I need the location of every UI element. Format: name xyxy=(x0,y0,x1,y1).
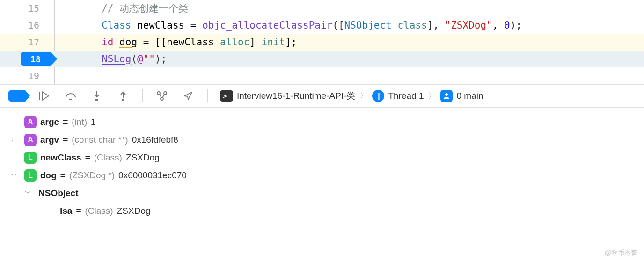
location-button[interactable] xyxy=(181,89,195,103)
variable-badge: A xyxy=(24,134,37,146)
variable-name: isa xyxy=(60,206,72,216)
variable-eq: = xyxy=(63,117,68,127)
variable-type: (int) xyxy=(72,117,87,127)
breadcrumb-frame[interactable]: 0 main xyxy=(440,90,483,102)
svg-rect-0 xyxy=(69,99,72,100)
console-panel[interactable] xyxy=(274,108,644,253)
variables-panel[interactable]: Aargc = (int) 1〉Aargv = (const char **) … xyxy=(0,108,274,253)
breakpoint-indicator[interactable]: 18 xyxy=(21,52,51,66)
debug-hierarchy-button[interactable] xyxy=(155,89,169,103)
variable-row[interactable]: isa = (Class) ZSXDog xyxy=(0,202,274,220)
variable-row[interactable]: ﹀Ldog = (ZSXDog *) 0x6000031ec070 xyxy=(0,167,274,184)
variable-value: ZSXDog xyxy=(117,206,151,216)
line-number: 16 xyxy=(0,20,54,31)
code-text: NSLog(@""); xyxy=(54,53,644,65)
code-text: // 动态创建一个类 xyxy=(54,2,644,15)
variable-badge: L xyxy=(24,152,37,164)
variable-type: (ZSXDog *) xyxy=(69,170,115,181)
code-text: Class newClass = objc_allocateClassPair(… xyxy=(54,20,644,31)
chevron-right-icon: 〉 xyxy=(360,91,367,101)
svg-rect-2 xyxy=(122,99,124,101)
disclosure-triangle[interactable]: ﹀ xyxy=(8,171,20,180)
chevron-right-icon: 〉 xyxy=(428,91,436,101)
breadcrumb-thread[interactable]: ||| Thread 1 xyxy=(372,90,424,102)
code-text: id dog = [[newClass alloc] init]; xyxy=(54,36,644,48)
variable-name: argv xyxy=(40,135,59,145)
thread-icon: ||| xyxy=(372,90,384,102)
disclosure-triangle[interactable]: 〉 xyxy=(8,136,20,144)
toolbar-divider xyxy=(207,89,208,102)
step-out-button[interactable] xyxy=(116,89,130,103)
line-number: 15 xyxy=(0,3,54,14)
variable-name: dog xyxy=(40,170,57,181)
code-line[interactable]: 19 xyxy=(0,67,644,84)
variable-type: (Class) xyxy=(85,206,113,216)
variable-value: 0x16fdfebf8 xyxy=(132,135,178,145)
variable-row[interactable]: Aargc = (int) 1 xyxy=(0,113,274,131)
gutter-divider xyxy=(54,0,55,84)
code-line[interactable]: 15 // 动态创建一个类 xyxy=(0,0,644,17)
code-line[interactable]: 16 Class newClass = objc_allocateClassPa… xyxy=(0,17,644,34)
breadcrumb-target[interactable]: >_ Interview16-1-Runtime-API-类 xyxy=(220,90,355,102)
line-number: 17 xyxy=(0,36,54,48)
variable-eq: = xyxy=(63,135,68,145)
disclosure-triangle[interactable]: ﹀ xyxy=(22,189,34,197)
toggle-breakpoints-button[interactable] xyxy=(8,90,25,102)
breadcrumb: >_ Interview16-1-Runtime-API-类 〉 ||| Thr… xyxy=(220,90,483,102)
variable-type: (const char **) xyxy=(72,135,128,145)
step-over-button[interactable] xyxy=(64,89,78,103)
debug-area: Aargc = (int) 1〉Aargv = (const char **) … xyxy=(0,108,644,253)
code-editor[interactable]: 15 // 动态创建一个类 16 Class newClass = objc_a… xyxy=(0,0,644,84)
variable-type: (Class) xyxy=(94,153,122,163)
svg-point-6 xyxy=(445,93,448,96)
variable-eq: = xyxy=(60,170,66,181)
variable-name: newClass xyxy=(40,153,81,163)
variable-row[interactable]: ﹀NSObject xyxy=(0,184,274,202)
continue-button[interactable] xyxy=(37,89,51,103)
variable-eq: = xyxy=(85,153,90,163)
debug-toolbar: >_ Interview16-1-Runtime-API-类 〉 ||| Thr… xyxy=(0,84,644,108)
code-line-current[interactable]: 18 NSLog(@""); xyxy=(0,51,644,67)
variable-name: argc xyxy=(40,117,59,127)
toolbar-divider xyxy=(142,89,143,102)
svg-rect-1 xyxy=(95,99,98,101)
user-icon xyxy=(440,90,453,102)
variable-row[interactable]: LnewClass = (Class) ZSXDog xyxy=(0,149,274,167)
variable-eq: = xyxy=(76,206,81,216)
variable-row[interactable]: 〉Aargv = (const char **) 0x16fdfebf8 xyxy=(0,131,274,149)
variable-badge: L xyxy=(24,169,37,182)
variable-name: NSObject xyxy=(38,188,79,198)
code-line[interactable]: 17 id dog = [[newClass alloc] init]; xyxy=(0,34,644,51)
variable-value: ZSXDog xyxy=(126,153,160,163)
variable-value: 1 xyxy=(91,117,96,127)
variable-value: 0x6000031ec070 xyxy=(118,170,187,181)
svg-point-5 xyxy=(161,97,163,100)
variable-badge: A xyxy=(24,116,37,128)
line-number: 19 xyxy=(0,70,54,81)
terminal-icon: >_ xyxy=(220,90,233,102)
watermark: @欧币杰普 xyxy=(605,249,637,257)
step-into-button[interactable] xyxy=(90,89,104,103)
